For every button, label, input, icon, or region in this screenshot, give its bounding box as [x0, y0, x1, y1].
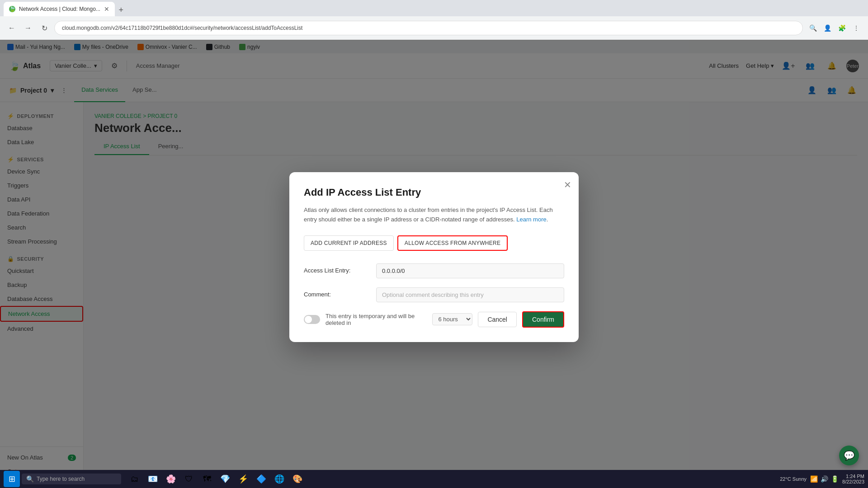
search-icon[interactable]: 🔍: [807, 22, 819, 34]
menu-icon[interactable]: ⋮: [850, 22, 863, 34]
access-list-entry-field: Access List Entry:: [304, 263, 564, 278]
taskbar-apps: 🗂 📧 🌸 🛡 🗺 💎 ⚡ 🔷 🌐 🎨: [127, 471, 306, 487]
taskbar-app-mail[interactable]: 📧: [145, 471, 161, 487]
taskbar-app-flowers[interactable]: 🌸: [163, 471, 179, 487]
url-bar[interactable]: cloud.mongodb.com/v2/64c17118b0729f1be88…: [54, 21, 803, 35]
taskbar-app-photo[interactable]: 🎨: [289, 471, 306, 487]
add-current-ip-button[interactable]: ADD CURRENT IP ADDRESS: [304, 235, 394, 251]
taskbar-search-placeholder: Type here to search: [37, 476, 85, 482]
taskbar-search[interactable]: 🔍 Type here to search: [22, 474, 121, 484]
taskbar-app-shield[interactable]: 🛡: [181, 471, 197, 487]
tab-favicon: 🍃: [9, 6, 15, 12]
add-ip-modal: ✕ Add IP Access List Entry Atlas only al…: [289, 172, 579, 342]
modal-button-group: ADD CURRENT IP ADDRESS ALLOW ACCESS FROM…: [304, 235, 564, 251]
taskbar-time[interactable]: 1:24 PM 8/22/2023: [842, 474, 864, 484]
start-button[interactable]: ⊞: [4, 471, 20, 487]
toggle-knob: [305, 316, 312, 323]
confirm-button[interactable]: Confirm: [522, 311, 564, 328]
toolbar-icons: 🔍 👤 🧩 ⋮: [807, 22, 863, 34]
access-list-entry-label: Access List Entry:: [304, 263, 376, 274]
extensions-icon[interactable]: 🧩: [835, 22, 848, 34]
temporary-text: This entry is temporary and will be dele…: [326, 313, 427, 326]
tab-title: Network Access | Cloud: Mongo...: [19, 6, 100, 12]
taskbar-app-lightning[interactable]: ⚡: [235, 471, 251, 487]
taskbar-right: 22°C Sunny 📶 🔊 🔋 1:24 PM 8/22/2023: [780, 474, 864, 484]
battery-icon[interactable]: 🔋: [831, 475, 839, 483]
taskbar-app-maps[interactable]: 🗺: [199, 471, 215, 487]
wifi-icon[interactable]: 📶: [810, 475, 818, 483]
modal-footer: This entry is temporary and will be dele…: [304, 311, 564, 328]
active-tab[interactable]: 🍃 Network Access | Cloud: Mongo... ✕: [4, 2, 115, 16]
taskbar-app-edge[interactable]: 🌐: [271, 471, 288, 487]
tab-close-button[interactable]: ✕: [104, 5, 109, 13]
modal-close-button[interactable]: ✕: [564, 179, 571, 190]
taskbar-search-icon: 🔍: [26, 475, 34, 483]
back-button[interactable]: ←: [5, 22, 18, 34]
chat-support-button[interactable]: 💬: [839, 446, 859, 465]
taskbar-app-gem[interactable]: 💎: [217, 471, 233, 487]
taskbar-app-explorer[interactable]: 🗂: [127, 471, 143, 487]
modal-learn-more-link[interactable]: Learn more: [516, 216, 546, 223]
allow-anywhere-button[interactable]: ALLOW ACCESS FROM ANYWHERE: [397, 235, 508, 251]
modal-overlay: ✕ Add IP Access List Entry Atlas only al…: [0, 40, 868, 474]
forward-button[interactable]: →: [22, 22, 34, 34]
taskbar-date-display: 8/22/2023: [842, 479, 864, 484]
volume-icon[interactable]: 🔊: [821, 475, 828, 483]
cancel-button[interactable]: Cancel: [478, 312, 517, 327]
modal-title: Add IP Access List Entry: [304, 187, 564, 198]
access-list-entry-input[interactable]: [376, 263, 564, 278]
refresh-button[interactable]: ↻: [38, 22, 51, 34]
taskbar-app-vscode[interactable]: 🔷: [253, 471, 269, 487]
hours-select[interactable]: 6 hours 1 hour 24 hours: [432, 313, 472, 325]
comment-input[interactable]: [376, 287, 564, 302]
comment-label: Comment:: [304, 287, 376, 298]
taskbar-time-display: 1:24 PM: [842, 474, 864, 479]
browser-chrome: 🍃 Network Access | Cloud: Mongo... ✕ + ←…: [0, 0, 868, 40]
modal-description: Atlas only allows client connections to …: [304, 206, 564, 225]
profile-icon[interactable]: 👤: [821, 22, 834, 34]
tab-bar: 🍃 Network Access | Cloud: Mongo... ✕ +: [0, 0, 868, 16]
new-tab-button[interactable]: +: [115, 4, 127, 16]
temporary-toggle[interactable]: [304, 315, 320, 324]
taskbar: ⊞ 🔍 Type here to search 🗂 📧 🌸 🛡 🗺 💎 ⚡ 🔷 …: [0, 470, 868, 488]
url-text: cloud.mongodb.com/v2/64c17118b0729f1be88…: [62, 25, 302, 31]
taskbar-system-icons: 📶 🔊 🔋: [810, 475, 839, 483]
taskbar-weather: 22°C Sunny: [780, 476, 807, 482]
comment-field: Comment:: [304, 287, 564, 302]
address-bar: ← → ↻ cloud.mongodb.com/v2/64c17118b0729…: [0, 16, 868, 40]
